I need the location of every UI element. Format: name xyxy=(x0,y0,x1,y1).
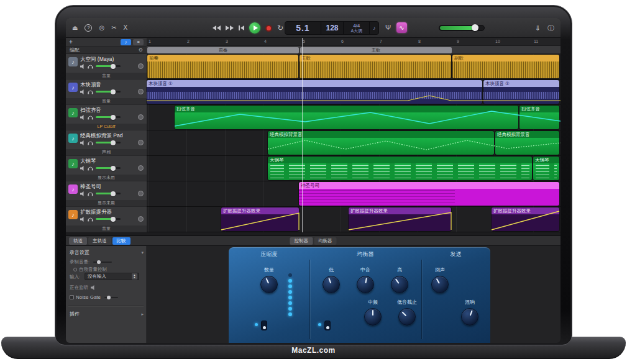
solo-headphones-icon[interactable] xyxy=(88,115,93,120)
lcd-display[interactable]: 5.1 128 4/4 A大调 ♪ xyxy=(285,21,379,35)
stepper-icon[interactable]: ▴▾ xyxy=(132,273,137,280)
volume-thumb[interactable] xyxy=(472,24,478,31)
mute-icon[interactable] xyxy=(80,191,85,196)
go-to-beginning-button[interactable] xyxy=(239,25,244,30)
tab-track[interactable]: 轨道 xyxy=(69,237,87,245)
region[interactable]: 扫弦齐音 xyxy=(175,106,518,129)
note-view-button[interactable]: ♪ xyxy=(121,39,131,45)
chevron-down-icon[interactable]: ▾ xyxy=(141,250,144,255)
region[interactable]: 扩散振提升器效果 xyxy=(492,207,559,231)
arrangement-section-verse[interactable]: 主歌 xyxy=(300,47,452,53)
noise-gate-checkbox[interactable] xyxy=(70,295,74,299)
solo-headphones-icon[interactable] xyxy=(88,191,93,196)
smart-controls-icon[interactable]: ◎ xyxy=(99,25,104,31)
mute-icon[interactable] xyxy=(80,140,85,145)
region[interactable]: 木块顶音 ① xyxy=(147,80,482,104)
solo-headphones-icon[interactable] xyxy=(88,166,93,171)
compression-power-switch[interactable] xyxy=(261,321,267,330)
track-header[interactable]: ♪ 扩散振提升器 音量 xyxy=(66,207,147,232)
solo-headphones-icon[interactable] xyxy=(88,140,93,145)
track-volume-slider[interactable] xyxy=(96,193,121,194)
tab-compare[interactable]: 比较 xyxy=(112,237,130,245)
track-header[interactable]: ♪ 扫弦齐音 LP Cutoff xyxy=(66,105,147,130)
record-volume-slider[interactable] xyxy=(93,262,112,263)
time-signature-key[interactable]: 4/4 A大调 xyxy=(344,22,369,34)
automation-parameter-label[interactable]: 音量 xyxy=(66,98,147,104)
automation-parameter-label[interactable]: 音量 xyxy=(66,225,147,232)
automation-parameter-label[interactable]: 显示未用 xyxy=(66,200,147,206)
mixer-view-button[interactable]: ≡ xyxy=(133,39,144,45)
track-header[interactable]: ♪ 大空间 (Maya) 音量 xyxy=(66,54,147,80)
region[interactable]: 经典模拟背景音 xyxy=(495,131,559,155)
tempo-value[interactable]: 128 xyxy=(321,22,343,34)
info-icon[interactable]: ⓘ xyxy=(547,24,554,33)
pan-knob[interactable] xyxy=(138,191,144,196)
track-volume-slider[interactable] xyxy=(96,91,121,93)
region[interactable]: 前奏 xyxy=(147,55,298,78)
automation-parameter-label[interactable]: LP Cutoff xyxy=(66,124,147,130)
compression-amount-knob[interactable] xyxy=(260,276,278,293)
tab-controls[interactable]: 控制器 xyxy=(290,237,313,245)
pan-knob[interactable] xyxy=(138,165,144,171)
quick-help-icon[interactable]: ? xyxy=(85,24,92,32)
region[interactable]: 扩散振提升器效果 xyxy=(221,207,299,231)
region[interactable]: 大钢琴 xyxy=(533,157,559,180)
track-volume-slider[interactable] xyxy=(96,167,121,169)
pan-knob[interactable] xyxy=(138,63,144,69)
library-icon[interactable]: ⏏ xyxy=(72,25,78,31)
cycle-icon[interactable]: ↻ xyxy=(277,24,283,32)
plugins-header[interactable]: 插件 xyxy=(70,311,80,317)
eq-low-cut-knob[interactable] xyxy=(398,308,416,325)
auto-volume-radio[interactable] xyxy=(73,268,77,271)
loop-browser-icon[interactable]: ∿ xyxy=(396,22,407,33)
arrangement-section-intro[interactable]: 前奏 xyxy=(147,47,299,53)
solo-headphones-icon[interactable] xyxy=(88,217,93,222)
monitoring-label[interactable]: 正在监听 xyxy=(70,284,88,291)
eq-low-knob[interactable] xyxy=(323,276,340,293)
play-button[interactable] xyxy=(249,22,260,34)
chevron-right-icon[interactable]: ▸ xyxy=(141,312,144,317)
track-header[interactable]: ♪ 木块顶音 音量 xyxy=(66,80,147,105)
pan-knob[interactable] xyxy=(138,140,144,145)
tuner-icon[interactable]: Ψ xyxy=(385,24,391,31)
eq-mid-knob[interactable] xyxy=(357,276,374,293)
echo-send-knob[interactable] xyxy=(431,276,449,293)
track-header[interactable]: ♪ 经典模拟背景 Pad 声相 xyxy=(66,130,147,156)
recording-settings-header[interactable]: 录音设置 xyxy=(70,249,89,256)
automation-parameter-label[interactable]: 声相 xyxy=(66,149,147,155)
gear-icon[interactable]: ⚙ xyxy=(139,47,143,53)
mute-icon[interactable] xyxy=(80,115,85,120)
tab-eq[interactable]: 均衡器 xyxy=(314,237,337,245)
region[interactable]: 木块顶音 ① xyxy=(483,80,559,104)
forward-button[interactable] xyxy=(226,25,234,30)
eq-power-switch[interactable] xyxy=(324,321,331,330)
automation-parameter-label[interactable]: 显示未用 xyxy=(66,175,147,181)
solo-headphones-icon[interactable] xyxy=(88,89,93,94)
region[interactable]: 大钢琴 xyxy=(268,157,532,180)
metronome-note-icon[interactable]: ♪ xyxy=(370,22,378,34)
region[interactable]: 主歌 xyxy=(300,55,451,78)
mute-icon[interactable] xyxy=(80,217,85,222)
track-volume-slider[interactable] xyxy=(96,116,121,118)
time-ruler[interactable]: 1 2 3 4 5 6 7 8 9 10 11 xyxy=(147,38,561,46)
add-track-button[interactable]: + xyxy=(69,39,73,45)
input-select[interactable]: 没有输入 ▴▾ xyxy=(85,273,139,280)
reverb-send-knob[interactable] xyxy=(461,308,478,325)
mute-icon[interactable] xyxy=(80,166,85,171)
pan-knob[interactable] xyxy=(138,216,144,222)
export-icon[interactable]: ⇓ xyxy=(535,24,541,32)
tab-master[interactable]: 主轨道 xyxy=(88,237,111,245)
monitoring-speaker-icon[interactable] xyxy=(91,285,96,290)
region[interactable]: 神圣号司 xyxy=(299,182,559,206)
track-volume-slider[interactable] xyxy=(96,218,121,220)
pan-knob[interactable] xyxy=(138,89,144,94)
region[interactable]: 扩散振提升器效果 xyxy=(349,207,451,231)
track-volume-slider[interactable] xyxy=(96,142,121,143)
x-icon[interactable]: X xyxy=(124,25,128,31)
noise-gate-slider[interactable] xyxy=(104,297,118,298)
playhead[interactable] xyxy=(302,38,303,232)
automation-parameter-label[interactable]: 音量 xyxy=(66,73,147,79)
mute-icon[interactable] xyxy=(80,64,85,69)
pan-knob[interactable] xyxy=(138,114,144,120)
eq-mid-freq-knob[interactable] xyxy=(364,308,382,325)
